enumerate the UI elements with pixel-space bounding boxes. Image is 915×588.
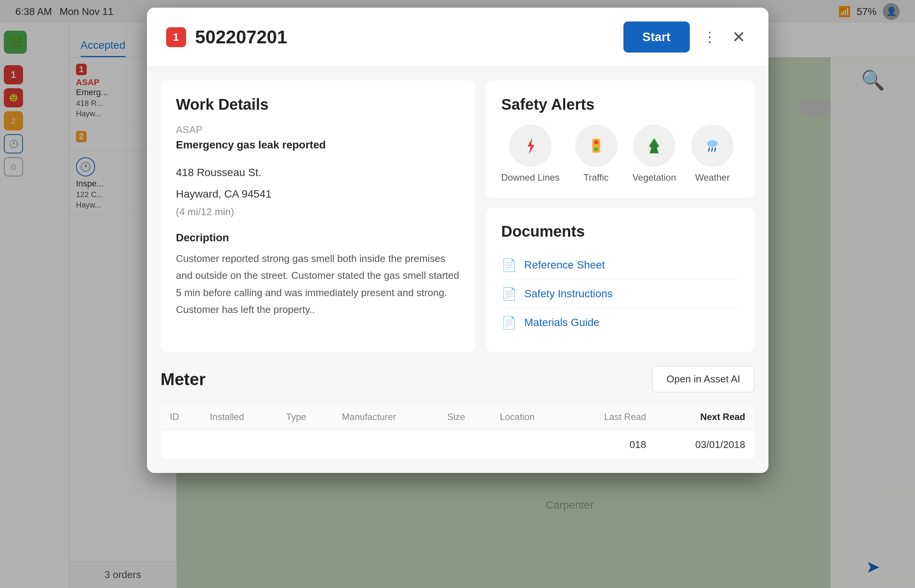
document-icon: 📄 xyxy=(501,258,517,272)
safety-icon-downed-lines[interactable]: Downed Lines xyxy=(501,125,560,183)
safety-instructions-link[interactable]: Safety Instructions xyxy=(524,288,613,300)
meter-section: Meter Open in Asset AI ID Installed Type… xyxy=(147,352,768,473)
materials-guide-link[interactable]: Materials Guide xyxy=(524,316,600,329)
reference-sheet-link[interactable]: Reference Sheet xyxy=(524,259,605,271)
col-type: Type xyxy=(277,404,333,430)
cell-installed xyxy=(201,430,277,460)
safety-alerts-title: Safety Alerts xyxy=(501,96,739,113)
vegetation-icon-circle xyxy=(633,125,675,167)
col-installed: Installed xyxy=(201,404,277,430)
traffic-light-icon xyxy=(585,135,607,156)
document-icon: 📄 xyxy=(501,315,517,330)
modal-overlay: 1 502207201 Start ⋮ ✕ Work Details ASAP … xyxy=(0,0,915,588)
work-order-modal: 1 502207201 Start ⋮ ✕ Work Details ASAP … xyxy=(147,8,768,473)
work-distance: (4 mi/12 min) xyxy=(176,206,460,218)
lightning-icon xyxy=(520,135,541,156)
col-location: Location xyxy=(491,404,568,430)
open-asset-ai-button[interactable]: Open in Asset AI xyxy=(652,366,754,392)
more-options-button[interactable]: ⋮ xyxy=(699,25,720,49)
weather-label: Weather xyxy=(695,172,730,183)
safety-icon-weather[interactable]: Weather xyxy=(691,125,734,183)
svg-point-5 xyxy=(594,144,598,148)
documents-panel: Documents 📄 Reference Sheet 📄 Safety Ins… xyxy=(486,208,755,352)
doc-reference-sheet[interactable]: 📄 Reference Sheet xyxy=(501,251,739,280)
cell-last-read: 018 xyxy=(568,430,655,460)
traffic-icon-circle xyxy=(575,125,617,167)
col-manufacturer: Manufacturer xyxy=(333,404,438,430)
svg-point-4 xyxy=(594,140,598,144)
cell-location xyxy=(491,430,568,460)
cell-manufacturer xyxy=(333,430,438,460)
description-text: Customer reported strong gas smell both … xyxy=(176,250,460,318)
work-details-panel: Work Details ASAP Emergency gas leak rep… xyxy=(161,81,475,352)
tree-icon xyxy=(643,135,665,156)
table-row: 018 03/01/2018 xyxy=(161,430,755,460)
work-description: Emergency gas leak reported xyxy=(176,139,460,151)
col-last-read: Last Read xyxy=(568,404,655,430)
work-address-line2: Hayward, CA 94541 xyxy=(176,185,460,203)
close-button[interactable]: ✕ xyxy=(728,24,749,50)
work-details-title: Work Details xyxy=(176,96,460,113)
modal-order-number: 502207201 xyxy=(195,26,623,48)
svg-line-13 xyxy=(712,148,712,151)
modal-header: 1 502207201 Start ⋮ ✕ xyxy=(147,8,768,67)
svg-line-12 xyxy=(709,148,709,151)
meter-title: Meter xyxy=(161,370,206,389)
rain-icon xyxy=(702,135,723,156)
traffic-label: Traffic xyxy=(584,172,608,183)
meter-table: ID Installed Type Manufacturer Size Loca… xyxy=(161,404,755,459)
start-button[interactable]: Start xyxy=(623,21,690,53)
work-priority: ASAP xyxy=(176,124,460,136)
doc-materials-guide[interactable]: 📄 Materials Guide xyxy=(501,308,739,337)
documents-title: Documents xyxy=(501,223,739,240)
safety-icon-traffic[interactable]: Traffic xyxy=(575,125,617,183)
work-address-line1: 418 Rousseau St. xyxy=(176,163,460,182)
safety-icon-vegetation[interactable]: Vegetation xyxy=(633,125,676,183)
vegetation-label: Vegetation xyxy=(633,172,676,183)
cell-type xyxy=(277,430,333,460)
col-id: ID xyxy=(161,404,201,430)
doc-safety-instructions[interactable]: 📄 Safety Instructions xyxy=(501,280,739,308)
meter-header: Meter Open in Asset AI xyxy=(161,366,755,392)
right-panels: Safety Alerts Downed Lines xyxy=(486,81,755,352)
downed-lines-icon-circle xyxy=(509,125,552,167)
modal-order-badge: 1 xyxy=(166,27,186,47)
safety-alerts-panel: Safety Alerts Downed Lines xyxy=(486,81,755,198)
cell-id xyxy=(161,430,201,460)
table-header-row: ID Installed Type Manufacturer Size Loca… xyxy=(161,404,755,430)
modal-body: Work Details ASAP Emergency gas leak rep… xyxy=(147,67,768,352)
description-label: Decription xyxy=(176,232,460,244)
document-icon: 📄 xyxy=(501,287,517,301)
svg-point-11 xyxy=(707,140,718,147)
cell-next-read: 03/01/2018 xyxy=(655,430,754,460)
svg-line-14 xyxy=(715,148,716,151)
cell-size xyxy=(438,430,491,460)
col-size: Size xyxy=(438,404,491,430)
svg-point-6 xyxy=(594,147,598,151)
downed-lines-label: Downed Lines xyxy=(501,172,560,183)
safety-icons-container: Downed Lines xyxy=(501,125,739,183)
weather-icon-circle xyxy=(691,125,734,167)
col-next-read: Next Read xyxy=(655,404,754,430)
